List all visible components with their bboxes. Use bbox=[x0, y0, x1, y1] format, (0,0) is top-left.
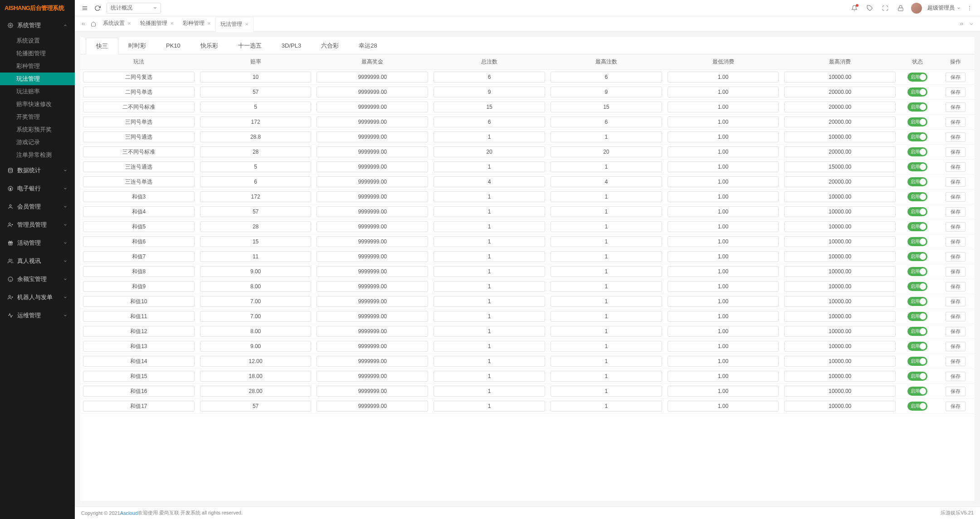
play-name-input[interactable] bbox=[83, 281, 195, 292]
total-bets-input[interactable] bbox=[434, 281, 545, 292]
min-spend-input[interactable] bbox=[668, 191, 779, 202]
max-spend-input[interactable] bbox=[784, 401, 896, 412]
odds-input[interactable] bbox=[200, 102, 312, 112]
nav-item-开奖管理[interactable]: 开奖管理 bbox=[0, 111, 75, 123]
tabs-menu-icon[interactable] bbox=[966, 19, 976, 29]
total-bets-input[interactable] bbox=[434, 266, 545, 277]
menu-toggle-icon[interactable] bbox=[81, 5, 88, 12]
nav-group-运维管理[interactable]: 运维管理 bbox=[0, 306, 75, 325]
play-name-input[interactable] bbox=[83, 146, 195, 157]
total-bets-input[interactable] bbox=[434, 326, 545, 337]
status-toggle[interactable]: 启用 bbox=[907, 327, 927, 336]
max-spend-input[interactable] bbox=[784, 251, 896, 262]
nav-group-电子银行[interactable]: 电子银行 bbox=[0, 179, 75, 198]
max-prize-input[interactable] bbox=[317, 87, 428, 97]
total-bets-input[interactable] bbox=[434, 191, 545, 202]
tabs-prev-icon[interactable] bbox=[78, 19, 88, 29]
max-bets-input[interactable] bbox=[551, 266, 662, 277]
max-bets-input[interactable] bbox=[551, 87, 662, 97]
play-name-input[interactable] bbox=[83, 356, 195, 367]
max-bets-input[interactable] bbox=[551, 326, 662, 337]
max-spend-input[interactable] bbox=[784, 356, 896, 367]
tab-系统设置[interactable]: 系统设置✕ bbox=[98, 16, 136, 32]
max-prize-input[interactable] bbox=[317, 266, 428, 277]
total-bets-input[interactable] bbox=[434, 371, 545, 382]
max-spend-input[interactable] bbox=[784, 72, 896, 82]
max-bets-input[interactable] bbox=[551, 221, 662, 232]
inner-tab-六合彩[interactable]: 六合彩 bbox=[311, 37, 349, 54]
max-spend-input[interactable] bbox=[784, 386, 896, 397]
nav-group-机器人与发单[interactable]: 机器人与发单 bbox=[0, 288, 75, 306]
save-button[interactable]: 保存 bbox=[946, 402, 965, 411]
total-bets-input[interactable] bbox=[434, 251, 545, 262]
save-button[interactable]: 保存 bbox=[946, 237, 965, 247]
max-prize-input[interactable] bbox=[317, 206, 428, 217]
max-spend-input[interactable] bbox=[784, 341, 896, 352]
odds-input[interactable] bbox=[200, 146, 312, 157]
more-icon[interactable] bbox=[966, 5, 974, 11]
refresh-icon[interactable] bbox=[94, 5, 101, 12]
save-button[interactable]: 保存 bbox=[946, 162, 965, 172]
close-icon[interactable]: ✕ bbox=[245, 22, 249, 27]
avatar[interactable] bbox=[911, 3, 922, 14]
status-toggle[interactable]: 启用 bbox=[907, 192, 927, 201]
odds-input[interactable] bbox=[200, 116, 312, 127]
max-prize-input[interactable] bbox=[317, 281, 428, 292]
max-bets-input[interactable] bbox=[551, 206, 662, 217]
save-button[interactable]: 保存 bbox=[946, 207, 965, 217]
play-name-input[interactable] bbox=[83, 386, 195, 397]
max-bets-input[interactable] bbox=[551, 356, 662, 367]
status-toggle[interactable]: 启用 bbox=[907, 402, 927, 411]
max-prize-input[interactable] bbox=[317, 131, 428, 142]
max-prize-input[interactable] bbox=[317, 191, 428, 202]
play-name-input[interactable] bbox=[83, 161, 195, 172]
min-spend-input[interactable] bbox=[668, 221, 779, 232]
max-prize-input[interactable] bbox=[317, 311, 428, 322]
min-spend-input[interactable] bbox=[668, 116, 779, 127]
brand-link[interactable]: Ascloud bbox=[120, 510, 138, 516]
bell-icon[interactable] bbox=[849, 3, 859, 13]
max-spend-input[interactable] bbox=[784, 326, 896, 337]
nav-group-真人视讯[interactable]: 真人视讯 bbox=[0, 252, 75, 270]
nav-item-注单异常检测[interactable]: 注单异常检测 bbox=[0, 149, 75, 161]
play-name-input[interactable] bbox=[83, 176, 195, 187]
inner-tab-十一选五[interactable]: 十一选五 bbox=[228, 37, 272, 54]
status-toggle[interactable]: 启用 bbox=[907, 372, 927, 381]
min-spend-input[interactable] bbox=[668, 356, 779, 367]
nav-group-系统管理[interactable]: 系统管理 bbox=[0, 16, 75, 34]
status-toggle[interactable]: 启用 bbox=[907, 207, 927, 216]
total-bets-input[interactable] bbox=[434, 131, 545, 142]
max-bets-input[interactable] bbox=[551, 251, 662, 262]
max-spend-input[interactable] bbox=[784, 191, 896, 202]
total-bets-input[interactable] bbox=[434, 176, 545, 187]
min-spend-input[interactable] bbox=[668, 206, 779, 217]
save-button[interactable]: 保存 bbox=[946, 147, 965, 157]
max-spend-input[interactable] bbox=[784, 371, 896, 382]
status-toggle[interactable]: 启用 bbox=[907, 387, 927, 396]
odds-input[interactable] bbox=[200, 311, 312, 322]
save-button[interactable]: 保存 bbox=[946, 177, 965, 187]
max-spend-input[interactable] bbox=[784, 311, 896, 322]
total-bets-input[interactable] bbox=[434, 401, 545, 412]
close-icon[interactable]: ✕ bbox=[170, 21, 174, 26]
username-dropdown[interactable]: 超级管理员 bbox=[927, 4, 961, 12]
nav-item-玩法管理[interactable]: 玩法管理 bbox=[0, 73, 75, 85]
tab-轮播图管理[interactable]: 轮播图管理✕ bbox=[136, 16, 178, 32]
max-prize-input[interactable] bbox=[317, 221, 428, 232]
status-toggle[interactable]: 启用 bbox=[907, 297, 927, 306]
play-name-input[interactable] bbox=[83, 72, 195, 82]
save-button[interactable]: 保存 bbox=[946, 372, 965, 381]
nav-item-系统设置[interactable]: 系统设置 bbox=[0, 34, 75, 47]
total-bets-input[interactable] bbox=[434, 236, 545, 247]
tabs-next-icon[interactable] bbox=[956, 19, 966, 29]
max-spend-input[interactable] bbox=[784, 296, 896, 307]
play-name-input[interactable] bbox=[83, 296, 195, 307]
tab-彩种管理[interactable]: 彩种管理✕ bbox=[178, 16, 215, 32]
max-bets-input[interactable] bbox=[551, 371, 662, 382]
min-spend-input[interactable] bbox=[668, 146, 779, 157]
max-spend-input[interactable] bbox=[784, 116, 896, 127]
nav-item-系统彩预开奖[interactable]: 系统彩预开奖 bbox=[0, 123, 75, 136]
odds-input[interactable] bbox=[200, 326, 312, 337]
close-icon[interactable]: ✕ bbox=[207, 21, 211, 26]
max-spend-input[interactable] bbox=[784, 236, 896, 247]
